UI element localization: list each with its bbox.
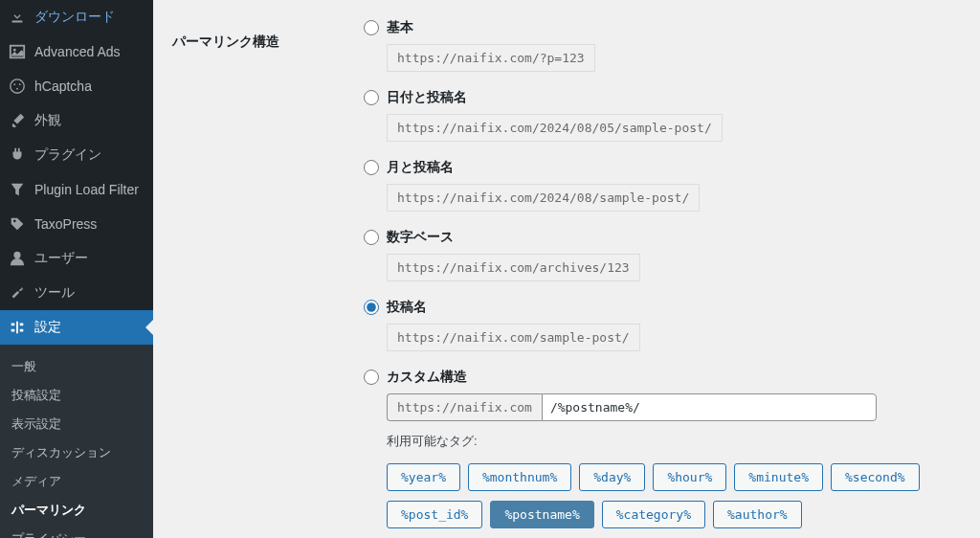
tag-author[interactable]: %author% [713,501,802,528]
radio-label: カスタム構造 [387,369,467,386]
radio-custom[interactable] [364,370,379,385]
sidebar-item-tools[interactable]: ツール [0,276,153,310]
submenu-permalink[interactable]: パーマリンク [0,496,153,525]
sidebar-item-settings[interactable]: 設定 [0,310,153,345]
user-icon [8,249,27,268]
sidebar-item-label: Plugin Load Filter [34,182,139,197]
svg-rect-9 [20,324,24,326]
main-content: パーマリンク構造 基本 https://naifix.com/?p=123 日付… [153,0,980,538]
svg-point-3 [13,83,15,85]
example-url: https://naifix.com/?p=123 [387,44,595,72]
admin-sidebar: ダウンロード Advanced Ads hCaptcha 外観 プラグイン Pl… [0,0,153,538]
sidebar-item-appearance[interactable]: 外観 [0,103,153,138]
tag-post-id[interactable]: %post_id% [387,501,482,528]
radio-plain[interactable] [364,20,379,35]
sidebar-item-plugin-load-filter[interactable]: Plugin Load Filter [0,172,153,207]
tag-icon [8,214,27,234]
sidebar-item-plugins[interactable]: プラグイン [0,138,153,172]
submenu-reading[interactable]: 表示設定 [0,410,153,438]
sidebar-item-label: ユーザー [34,250,88,267]
tag-postname[interactable]: %postname% [490,501,593,528]
radio-label: 日付と投稿名 [387,89,467,106]
radio-label: 投稿名 [387,299,427,316]
settings-submenu: 一般 投稿設定 表示設定 ディスカッション メディア パーマリンク プライバシー [0,345,153,538]
tag-second[interactable]: %second% [831,463,920,491]
tag-category[interactable]: %category% [602,501,705,528]
sidebar-item-label: プラグイン [34,146,101,164]
radio-month-name[interactable] [364,160,379,175]
example-url: https://naifix.com/2024/08/sample-post/ [387,184,700,212]
radio-label: 基本 [387,19,413,36]
svg-point-6 [13,252,20,258]
sidebar-item-users[interactable]: ユーザー [0,241,153,276]
sidebar-item-label: ダウンロード [34,9,115,26]
image-icon [8,42,27,61]
sidebar-item-taxopress[interactable]: TaxoPress [0,207,153,241]
tag-row-2: %post_id% %postname% %category% %author% [387,501,961,528]
tag-year[interactable]: %year% [387,463,460,491]
svg-rect-7 [11,324,15,326]
sidebar-item-label: TaxoPress [34,216,97,232]
submenu-writing[interactable]: 投稿設定 [0,381,153,410]
submenu-privacy[interactable]: プライバシー [0,525,153,538]
svg-rect-11 [16,327,18,333]
section-label: パーマリンク構造 [172,19,364,51]
permalink-option-postname: 投稿名 https://naifix.com/sample-post/ [364,299,961,351]
tag-row-1: %year% %monthnum% %day% %hour% %minute% … [387,463,961,491]
permalink-option-numeric: 数字ベース https://naifix.com/archives/123 [364,229,961,281]
sidebar-item-label: Advanced Ads [34,44,121,59]
radio-day-name[interactable] [364,90,379,105]
tag-hour[interactable]: %hour% [653,463,726,491]
tag-day[interactable]: %day% [579,463,645,491]
custom-structure-input[interactable] [542,393,877,421]
plug-icon [8,146,27,165]
submenu-general[interactable]: 一般 [0,352,153,381]
settings-icon [8,318,27,337]
brush-icon [8,111,27,130]
svg-rect-12 [20,329,24,332]
svg-point-1 [13,49,16,52]
filter-icon [8,180,27,199]
download-icon [8,8,27,27]
radio-label: 数字ベース [387,229,454,246]
permalink-option-plain: 基本 https://naifix.com/?p=123 [364,19,961,72]
sidebar-item-label: hCaptcha [34,78,92,94]
example-url: https://naifix.com/2024/08/05/sample-pos… [387,114,723,142]
submenu-discussion[interactable]: ディスカッション [0,438,153,467]
svg-rect-8 [16,322,18,327]
permalink-option-day-name: 日付と投稿名 https://naifix.com/2024/08/05/sam… [364,89,961,142]
captcha-icon [8,77,27,96]
permalink-option-custom: カスタム構造 https://naifix.com 利用可能なタグ: %year… [364,369,961,528]
tag-minute[interactable]: %minute% [734,463,823,491]
radio-postname[interactable] [364,300,379,315]
svg-rect-10 [11,329,15,332]
example-url: https://naifix.com/sample-post/ [387,324,640,351]
svg-point-5 [16,88,18,90]
tag-monthnum[interactable]: %monthnum% [468,463,571,491]
sidebar-item-label: 設定 [34,319,61,336]
wrench-icon [8,283,27,303]
svg-point-4 [19,83,21,85]
sidebar-item-hcaptcha[interactable]: hCaptcha [0,69,153,103]
radio-label: 月と投稿名 [387,159,454,176]
sidebar-item-label: 外観 [34,112,61,129]
sidebar-item-label: ツール [34,284,75,302]
permalink-option-month-name: 月と投稿名 https://naifix.com/2024/08/sample-… [364,159,961,212]
sidebar-item-download[interactable]: ダウンロード [0,0,153,34]
example-url: https://naifix.com/archives/123 [387,254,640,281]
radio-numeric[interactable] [364,230,379,245]
sidebar-item-advanced-ads[interactable]: Advanced Ads [0,34,153,69]
available-tags-label: 利用可能なタグ: [387,433,961,450]
svg-point-2 [11,79,24,93]
custom-prefix: https://naifix.com [387,393,542,421]
submenu-media[interactable]: メディア [0,467,153,496]
